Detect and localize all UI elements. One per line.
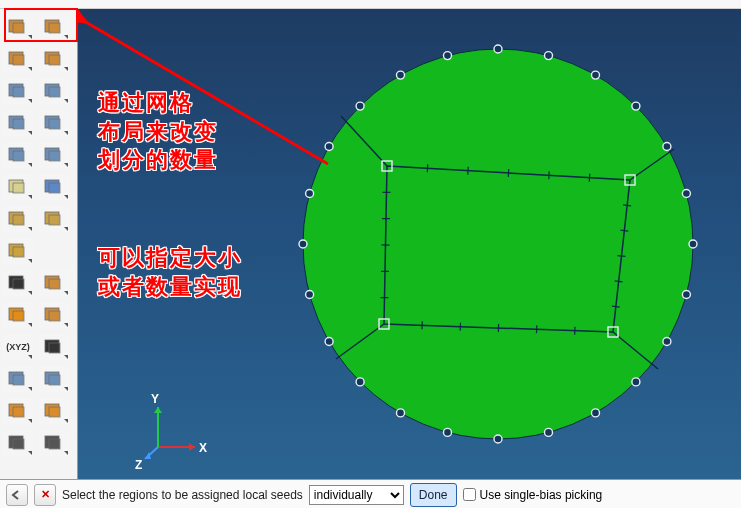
mesh-controls-icon[interactable] <box>38 141 70 169</box>
svg-point-60 <box>592 71 600 79</box>
svg-marker-111 <box>145 452 151 459</box>
svg-rect-35 <box>13 311 24 321</box>
svg-line-110 <box>145 447 158 459</box>
svg-point-59 <box>545 52 553 60</box>
xyz-icon[interactable]: (XYZ) <box>2 333 34 361</box>
axis-icon[interactable] <box>38 333 70 361</box>
svg-point-72 <box>397 409 405 417</box>
svg-rect-5 <box>13 55 24 65</box>
svg-point-75 <box>306 291 314 299</box>
svg-point-67 <box>632 378 640 386</box>
svg-point-78 <box>325 143 333 151</box>
svg-point-81 <box>444 52 452 60</box>
svg-rect-1 <box>13 23 24 33</box>
svg-rect-41 <box>13 375 24 385</box>
orange-tool-icon[interactable] <box>2 301 34 329</box>
svg-rect-43 <box>49 375 60 385</box>
svg-rect-9 <box>13 87 24 97</box>
wrench-icon[interactable] <box>38 429 70 457</box>
done-button[interactable]: Done <box>410 483 457 507</box>
svg-point-73 <box>356 378 364 386</box>
prompt-bar: ✕ Select the regions to be assigned loca… <box>0 479 741 508</box>
svg-point-70 <box>494 435 502 443</box>
svg-rect-33 <box>49 279 60 289</box>
triad: X Y Z <box>133 389 213 469</box>
svg-point-76 <box>299 240 307 248</box>
svg-rect-45 <box>13 407 24 417</box>
edit-mesh-icon[interactable] <box>2 237 34 265</box>
box-pair-icon[interactable] <box>38 397 70 425</box>
svg-rect-31 <box>13 279 24 289</box>
back-button[interactable] <box>6 484 28 506</box>
annotation-2: 可以指定大小或者数量实现 <box>98 244 242 301</box>
svg-marker-107 <box>189 443 195 451</box>
svg-rect-29 <box>13 247 24 257</box>
mesh-delete-icon[interactable] <box>2 109 34 137</box>
svg-point-66 <box>663 338 671 346</box>
triad-x-label: X <box>199 441 207 455</box>
single-bias-checkbox-input[interactable] <box>463 488 476 501</box>
l-tool-icon[interactable] <box>38 301 70 329</box>
svg-rect-15 <box>49 119 60 129</box>
viewport[interactable]: 通过网格布局来改变划分的数量 可以指定大小或者数量实现 <box>78 9 741 479</box>
svg-rect-19 <box>49 151 60 161</box>
cancel-button[interactable]: ✕ <box>34 484 56 506</box>
report-icon[interactable] <box>38 173 70 201</box>
single-bias-checkbox[interactable]: Use single-bias picking <box>463 488 603 502</box>
svg-point-71 <box>444 428 452 436</box>
svg-point-63 <box>682 190 690 198</box>
svg-rect-39 <box>49 343 60 353</box>
svg-point-68 <box>592 409 600 417</box>
svg-point-65 <box>682 291 690 299</box>
svg-point-61 <box>632 102 640 110</box>
seed-edge-icon[interactable] <box>38 13 70 41</box>
svg-point-64 <box>689 240 697 248</box>
svg-rect-49 <box>13 439 24 449</box>
seed-part-global-icon[interactable] <box>2 13 34 41</box>
svg-point-79 <box>356 102 364 110</box>
boot-icon[interactable] <box>2 397 34 425</box>
verify-mesh-icon[interactable] <box>2 205 34 233</box>
top-strip <box>0 0 741 9</box>
svg-rect-13 <box>13 119 24 129</box>
single-bias-label: Use single-bias picking <box>480 488 603 502</box>
svg-rect-21 <box>13 183 24 193</box>
svg-point-77 <box>306 190 314 198</box>
offset-icon[interactable] <box>38 365 70 393</box>
svg-point-69 <box>545 428 553 436</box>
prompt-text: Select the regions to be assigned local … <box>62 488 303 502</box>
triad-z-label: Z <box>135 458 142 469</box>
svg-point-58 <box>494 45 502 53</box>
svg-rect-27 <box>49 215 60 225</box>
settings-icon[interactable] <box>2 429 34 457</box>
svg-rect-3 <box>49 23 60 33</box>
arrow-icon[interactable] <box>2 269 34 297</box>
svg-rect-37 <box>49 311 60 321</box>
element-type-icon[interactable] <box>2 141 34 169</box>
svg-rect-23 <box>49 183 60 193</box>
model-part[interactable] <box>278 34 718 454</box>
svg-point-74 <box>325 338 333 346</box>
svg-rect-51 <box>49 439 60 449</box>
query-mesh-icon[interactable] <box>38 205 70 233</box>
seed-delete-icon[interactable] <box>38 45 70 73</box>
box-tool-icon[interactable] <box>38 269 70 297</box>
plane-icon[interactable] <box>2 365 34 393</box>
toolbox-panel: (XYZ) <box>0 9 78 479</box>
mesh-s4r-icon[interactable] <box>38 109 70 137</box>
selection-mode-select[interactable]: individuallyby angle <box>309 485 404 505</box>
triad-y-label: Y <box>151 392 159 406</box>
mesh-part-icon[interactable] <box>2 77 34 105</box>
annotation-1: 通过网格布局来改变划分的数量 <box>98 89 218 175</box>
doc-icon[interactable] <box>2 173 34 201</box>
svg-point-62 <box>663 143 671 151</box>
mesh-region-icon[interactable] <box>38 77 70 105</box>
svg-rect-11 <box>49 87 60 97</box>
svg-rect-47 <box>49 407 60 417</box>
seed-corner-icon[interactable] <box>2 45 34 73</box>
svg-rect-7 <box>49 55 60 65</box>
svg-line-93 <box>618 256 626 257</box>
svg-rect-25 <box>13 215 24 225</box>
svg-marker-109 <box>154 407 162 413</box>
svg-rect-17 <box>13 151 24 161</box>
